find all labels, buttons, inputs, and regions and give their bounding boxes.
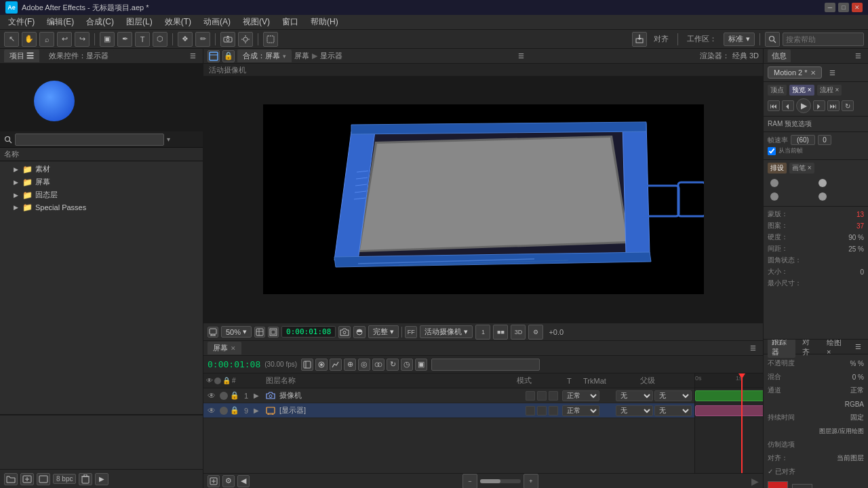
fast-preview-icon[interactable]: FF bbox=[405, 326, 417, 338]
project-item-sucai[interactable]: ▶ 📁 素材 bbox=[0, 163, 203, 176]
panel-menu-button[interactable]: ☰ bbox=[187, 52, 199, 60]
layer-solo-2[interactable] bbox=[220, 407, 228, 415]
new-comp-button[interactable] bbox=[20, 473, 34, 485]
layer-name-display[interactable]: [显示器] bbox=[279, 405, 524, 415]
exposure-icon[interactable] bbox=[353, 326, 366, 338]
motion2-close-icon[interactable]: ✕ bbox=[810, 69, 816, 77]
menu-anim[interactable]: 动画(A) bbox=[198, 15, 236, 29]
fps-value[interactable]: (60) bbox=[791, 135, 815, 145]
project-search-input[interactable] bbox=[15, 134, 164, 146]
tool-undo[interactable]: ↩ bbox=[57, 32, 72, 47]
tool-rect[interactable]: ▣ bbox=[100, 32, 115, 47]
layer-name-camera[interactable]: 摄像机 bbox=[279, 390, 524, 401]
workspace-dropdown[interactable]: 标准 ▾ bbox=[724, 33, 755, 46]
expand-arrow-btn[interactable]: ▶ bbox=[95, 473, 108, 485]
breadcrumb-item-1[interactable]: 屏幕 bbox=[294, 51, 309, 61]
background-swatch[interactable] bbox=[792, 484, 812, 488]
comp-settings-icon[interactable] bbox=[208, 327, 218, 338]
tl-settings-icon[interactable]: ⚙ bbox=[222, 475, 235, 487]
snapshot-icon[interactable] bbox=[338, 326, 351, 338]
timeline-search-input[interactable] bbox=[431, 359, 540, 371]
preview-skip-start[interactable]: ⏮ bbox=[768, 100, 780, 111]
project-item-pingmu[interactable]: ▶ 📁 屏幕 bbox=[0, 176, 203, 188]
color-tab-brush[interactable]: 画笔 × bbox=[789, 163, 814, 174]
view-3d-icon[interactable]: 3D bbox=[511, 325, 526, 340]
tl-graph-icon[interactable] bbox=[330, 359, 342, 371]
motion2-panel-menu[interactable]: ☰ bbox=[827, 69, 838, 77]
zoom-control[interactable]: 50% ▾ bbox=[221, 326, 252, 338]
tl-enable-icon[interactable] bbox=[301, 359, 313, 371]
tool-camera[interactable] bbox=[220, 32, 235, 47]
tab-draw[interactable]: 绘图 × bbox=[823, 339, 850, 357]
snap-toggle[interactable] bbox=[632, 32, 647, 47]
layer-parent-2[interactable]: 无 bbox=[654, 405, 692, 416]
skip-value[interactable]: 0 bbox=[818, 135, 831, 145]
tool-light[interactable] bbox=[238, 32, 253, 47]
project-item-special[interactable]: ▶ 📁 Special Passes bbox=[0, 201, 203, 214]
project-item-gujia[interactable]: ▶ 📁 固态层 bbox=[0, 188, 203, 201]
layer-lock-2[interactable]: 🔒 bbox=[231, 406, 239, 415]
tl-blend-icon[interactable] bbox=[372, 359, 384, 371]
menu-help[interactable]: 帮助(H) bbox=[305, 15, 344, 29]
help-search-input[interactable] bbox=[783, 33, 864, 46]
motion2-tab[interactable]: Motion 2 * ✕ bbox=[768, 66, 822, 79]
info-panel-menu[interactable]: ☰ bbox=[852, 52, 864, 60]
tool-hand[interactable]: ✋ bbox=[22, 32, 37, 47]
tool-select[interactable]: ↖ bbox=[4, 32, 19, 47]
info-tab[interactable]: 信息 bbox=[768, 49, 791, 62]
layer-mode-select-2[interactable]: 正常 bbox=[562, 405, 599, 416]
maximize-button[interactable]: □ bbox=[838, 3, 849, 12]
layer-switch-1[interactable] bbox=[526, 391, 535, 401]
tl-mode-icon[interactable] bbox=[315, 359, 328, 371]
camera-select-dropdown[interactable]: 活动摄像机 ▾ bbox=[420, 325, 473, 338]
menu-window[interactable]: 窗口 bbox=[277, 15, 304, 29]
expand-icon[interactable]: ▶ bbox=[14, 166, 18, 173]
menu-edit[interactable]: 编辑(E) bbox=[41, 15, 79, 29]
effects-tab[interactable]: 效果控件：显示器 bbox=[43, 49, 114, 62]
preview-step-forward[interactable]: ⏵ bbox=[813, 100, 825, 111]
comp-close-icon[interactable]: ▾ bbox=[283, 53, 286, 60]
expand-icon[interactable]: ▶ bbox=[14, 204, 18, 211]
tool-shape[interactable]: ⬡ bbox=[153, 32, 167, 47]
layer-lock-1[interactable]: 🔒 bbox=[231, 391, 239, 401]
tl-bone-icon[interactable]: ⊕ bbox=[344, 359, 356, 371]
timeline-tab-screen[interactable]: 屏幕 ✕ bbox=[208, 342, 241, 354]
layer-switch-5[interactable] bbox=[537, 406, 547, 415]
menu-effect[interactable]: 效果(T) bbox=[159, 15, 197, 29]
tool-paint[interactable]: ✏ bbox=[195, 32, 210, 47]
layer-expand-1[interactable]: ▶ bbox=[254, 392, 262, 399]
color-tab-palette[interactable]: 排设 bbox=[768, 163, 787, 174]
tl-render-icon-2[interactable]: ◀ bbox=[237, 475, 250, 487]
timeline-time-display[interactable]: 0:00:01:08 bbox=[208, 359, 260, 369]
layer-solo-1[interactable] bbox=[220, 392, 228, 400]
project-tab[interactable]: 项目 ☰ bbox=[4, 49, 39, 62]
color-dot-4[interactable] bbox=[818, 192, 827, 201]
tl-mask-icon[interactable]: ◎ bbox=[358, 359, 370, 371]
view-layout-1[interactable]: 1 bbox=[475, 325, 490, 340]
timeline-tracks[interactable]: 0s 1s 2s 3s 4s 5s bbox=[695, 373, 763, 473]
tl-preview-icon[interactable]: ◷ bbox=[401, 359, 413, 371]
expand-icon[interactable]: ▶ bbox=[14, 179, 18, 186]
breadcrumb-item-2[interactable]: 显示器 bbox=[320, 51, 342, 61]
new-folder-button[interactable] bbox=[4, 473, 18, 485]
menu-comp[interactable]: 合成(C) bbox=[81, 15, 119, 29]
search-dropdown-icon[interactable]: ▾ bbox=[167, 136, 170, 143]
tab-flow[interactable]: 流程 × bbox=[817, 85, 842, 96]
layer-switch-6[interactable] bbox=[549, 406, 558, 415]
layer-switch-4[interactable] bbox=[526, 406, 535, 415]
right-bottom-menu[interactable]: ☰ bbox=[852, 343, 864, 350]
layer-parent-1[interactable]: 无 bbox=[654, 390, 692, 401]
preview-loop[interactable]: ↻ bbox=[842, 100, 854, 111]
tl-refresh-icon[interactable]: ↻ bbox=[387, 359, 399, 371]
tab-preview[interactable]: 预览 × bbox=[789, 85, 814, 96]
menu-file[interactable]: 文件(F) bbox=[3, 15, 40, 29]
tool-pen[interactable]: ✒ bbox=[117, 32, 132, 47]
bpc-badge[interactable]: 8 bpc bbox=[53, 474, 76, 484]
layer-switch-3[interactable] bbox=[549, 391, 558, 401]
layer-switch-2[interactable] bbox=[537, 391, 547, 401]
layer-eye-2[interactable]: 👁 bbox=[206, 405, 217, 416]
preview-skip-end[interactable]: ⏭ bbox=[827, 100, 840, 111]
menu-layer[interactable]: 图层(L) bbox=[121, 15, 158, 29]
tool-text[interactable]: T bbox=[135, 32, 150, 47]
quality-dropdown[interactable]: 完整 ▾ bbox=[368, 325, 399, 338]
